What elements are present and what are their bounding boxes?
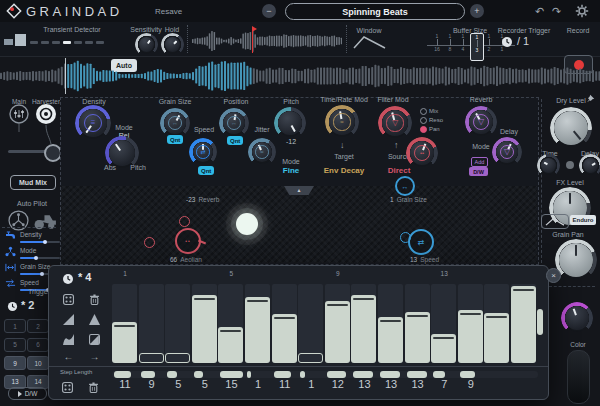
trigger-step-6[interactable]: 6 [27, 338, 49, 352]
clear-trash-icon[interactable] [88, 382, 99, 393]
sequencer-step-slot[interactable] [351, 284, 376, 363]
sequencer-step-slot[interactable] [484, 284, 509, 363]
sequencer-step-slot[interactable] [112, 284, 137, 363]
sequencer-step-bar[interactable] [272, 314, 297, 363]
trigger-step-1[interactable]: 1 [4, 319, 26, 333]
position-qnt-badge[interactable]: Qnt [227, 136, 243, 145]
sequencer-step-bar[interactable] [192, 295, 217, 363]
filter-reso-radio[interactable] [420, 117, 427, 124]
filter-mix-radio[interactable] [420, 108, 427, 115]
trigger-step-9[interactable]: 9 [4, 356, 26, 370]
sequencer-step-bar[interactable] [351, 295, 376, 363]
sequencer-step-slot[interactable] [458, 284, 483, 363]
delay-knob[interactable]: ▽ [496, 141, 518, 163]
position-knob[interactable]: ↔ [223, 112, 245, 134]
sidebar-param-track[interactable] [20, 257, 60, 259]
link-dot[interactable] [566, 161, 574, 169]
ramp-up-icon[interactable] [63, 314, 74, 325]
sequencer-step-bar[interactable] [405, 312, 430, 363]
buffer-option-1-4[interactable]: 14 [457, 33, 469, 59]
close-icon[interactable]: × [546, 268, 561, 283]
time-rate-mod-knob[interactable]: ≈ [329, 109, 355, 135]
resave-button[interactable]: Resave [155, 8, 182, 16]
pilot-satellite[interactable] [400, 232, 411, 243]
reverb-knob[interactable]: ▽ [469, 110, 493, 134]
step-length-pill[interactable] [460, 371, 475, 378]
sequencer-step-bar[interactable] [165, 353, 190, 363]
trigger-step-2[interactable]: 2 [27, 319, 49, 333]
step-length-pill[interactable] [194, 371, 204, 378]
sequencer-step-bar[interactable] [218, 327, 243, 363]
density-knob[interactable]: ≡ [79, 109, 107, 137]
step-length-pill[interactable] [220, 371, 243, 378]
clock-icon[interactable] [62, 273, 74, 285]
waveform-overview[interactable] [192, 29, 342, 53]
filter-pan-radio[interactable] [420, 126, 427, 133]
sensitivity-knob[interactable] [139, 37, 154, 52]
mud-mix-button[interactable]: Mud Mix [10, 175, 56, 190]
sequencer-step-bar[interactable] [378, 317, 403, 363]
pitch-knob[interactable] [278, 111, 302, 135]
grain-size-qnt-badge[interactable]: Qnt [167, 135, 183, 144]
filter-mod-knob[interactable]: ▽ [382, 110, 408, 136]
sequencer-step-bar[interactable] [511, 286, 536, 363]
sequencer-step-slot[interactable] [139, 284, 164, 363]
pilot-node-grain-size[interactable]: ↔ [395, 176, 415, 196]
sequencer-step-slot[interactable] [511, 284, 536, 363]
speed-knob[interactable]: ⇄ [193, 142, 213, 162]
clock-icon[interactable] [7, 301, 18, 312]
trigger-dw-button[interactable]: D/W [8, 387, 47, 400]
randomize-dice-icon[interactable] [63, 294, 74, 305]
undo-icon[interactable]: ↶ [535, 5, 544, 18]
preset-name-field[interactable]: Spinning Beats [285, 3, 465, 20]
sequencer-step-slot[interactable] [218, 284, 243, 363]
sequencer-step-bar[interactable] [458, 310, 483, 363]
sequencer-step-slot[interactable] [325, 284, 350, 363]
step-length-pill[interactable] [247, 371, 251, 378]
recorder-trigger-value[interactable]: / 1 [517, 35, 529, 47]
reverb-dw-badge[interactable]: D/W [469, 167, 488, 176]
pilot-satellite[interactable] [179, 216, 190, 227]
jitter-knob[interactable]: ≈ [252, 142, 272, 162]
mode-knob[interactable] [109, 140, 135, 166]
add-preset-button[interactable]: + [470, 4, 484, 18]
source-value[interactable]: Direct [388, 167, 411, 175]
step-length-pill[interactable] [300, 371, 304, 378]
sequencer-rate-value[interactable]: * 4 [78, 271, 91, 283]
sequencer-step-slot[interactable] [431, 284, 456, 363]
buffer-option-1-8[interactable]: 18 [444, 33, 456, 59]
shift-left-icon[interactable]: ← [63, 351, 74, 362]
sequencer-step-bar[interactable] [139, 353, 164, 363]
sidebar-param-density[interactable]: Density [4, 230, 60, 245]
grain-pan-knob[interactable] [559, 243, 593, 277]
sequencer-step-bar[interactable] [112, 322, 137, 363]
overview-playhead[interactable] [252, 29, 253, 53]
filter-mod-amount-knob[interactable]: •• [410, 141, 434, 165]
sequencer-step-slot[interactable] [378, 284, 403, 363]
step-length-pill[interactable] [167, 371, 177, 378]
envelope-shape-button[interactable] [541, 214, 569, 229]
pin-icon[interactable] [586, 93, 596, 103]
tab-harvester-eye-icon[interactable] [35, 103, 57, 125]
trigger-rate-value[interactable]: * 2 [21, 299, 34, 311]
time-knob[interactable] [541, 158, 556, 173]
shift-right-icon[interactable]: → [89, 351, 100, 362]
pilot-satellite[interactable] [144, 237, 155, 248]
color-knob[interactable] [565, 306, 589, 330]
waveform-display[interactable] [0, 58, 600, 94]
trigger-step-5[interactable]: 5 [4, 338, 26, 352]
pitch-mode-value[interactable]: Fine [283, 167, 299, 175]
trigger-step-10[interactable]: 10 [27, 356, 49, 370]
step-length-pill[interactable] [407, 371, 427, 378]
buffer-option-1-16[interactable]: 116 [431, 33, 443, 59]
buffer-size-ruler[interactable]: 1161814131211 [431, 33, 511, 59]
window-shape-icon[interactable] [352, 34, 388, 50]
half-fill-icon[interactable] [89, 334, 100, 345]
sidebar-param-track[interactable] [20, 241, 60, 243]
delay-small-knob[interactable] [583, 158, 598, 173]
sequencer-step-slot[interactable] [165, 284, 190, 363]
randomize-dice-icon[interactable] [62, 382, 73, 393]
sequence-end-handle[interactable] [537, 309, 543, 335]
sidebar-param-mode[interactable]: Mode [4, 246, 60, 261]
sequencer-step-bar[interactable] [298, 353, 323, 363]
